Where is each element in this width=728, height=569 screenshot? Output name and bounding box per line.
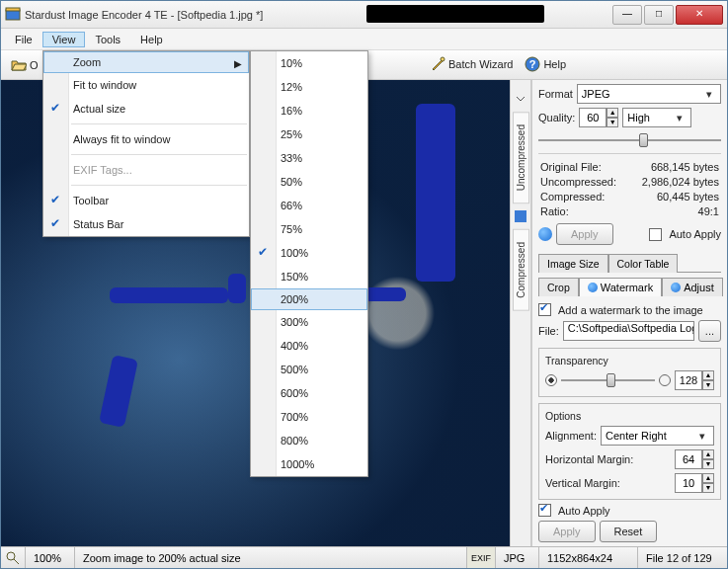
zoom-level-item[interactable]: 10% [251,51,367,75]
tab-compressed[interactable]: Compressed [513,229,529,311]
spin-up-icon[interactable]: ▲ [607,108,618,118]
zoom-level-item[interactable]: 800% [251,429,367,452]
menu-tools[interactable]: Tools [85,32,130,47]
auto-apply-bottom-label: Auto Apply [558,505,610,517]
help-icon: ? [525,56,540,72]
format-select[interactable]: JPEG ▾ [577,84,721,104]
svg-text:?: ? [529,58,536,70]
redaction-bar [366,5,544,23]
wm-browse-button[interactable]: ... [698,320,721,342]
quality-value[interactable] [579,108,607,127]
spin-down-icon[interactable]: ▼ [702,483,714,493]
menu-fit-to-window[interactable]: Fit to window [43,73,249,97]
menu-zoom[interactable]: Zoom▶ [43,51,249,73]
view-menu-dropdown: Zoom▶ Fit to window ✔Actual size Always … [42,50,250,237]
active-dot-icon [588,283,598,292]
close-button[interactable]: ✕ [676,5,723,25]
zoom-level-item[interactable]: 700% [251,405,367,429]
status-zoom: 100% [26,547,75,568]
zoom-level-label: 16% [281,105,302,117]
quality-preset-select[interactable]: High ▾ [622,108,691,127]
zoom-level-item[interactable]: 75% [251,217,367,241]
spin-up-icon[interactable]: ▲ [702,449,714,459]
spin-down-icon[interactable]: ▼ [702,380,714,390]
maximize-button[interactable]: □ [644,5,674,25]
statusbar: 100% Zoom image to 200% actual size EXIF… [1,546,727,568]
vmargin-spinner[interactable]: ▲▼ [675,473,714,493]
transparency-value[interactable] [675,370,702,390]
tab-adjust[interactable]: Adjust [662,278,723,296]
menu-exif-tags[interactable]: EXIF Tags... [43,158,249,182]
add-watermark-checkbox[interactable] [538,303,551,316]
zoom-level-label: 50% [281,176,302,188]
add-watermark-label: Add a watermark to the image [558,304,703,316]
alignment-label: Alignment: [545,430,597,442]
status-exif-badge[interactable]: EXIF [467,547,496,568]
menu-toolbar-toggle[interactable]: ✔Toolbar [43,189,249,212]
trans-radio-high[interactable] [659,374,671,386]
menu-actual-size[interactable]: ✔Actual size [43,97,249,121]
zoom-level-item[interactable]: 66% [251,194,367,217]
alignment-select[interactable]: Center Right ▾ [601,426,714,446]
vmargin-value[interactable] [675,473,702,493]
quality-spinner[interactable]: ▲▼ [579,108,618,127]
menu-always-fit[interactable]: Always fit to window [43,127,249,151]
spin-up-icon[interactable]: ▲ [702,473,714,483]
status-imgtype: JPG [496,547,539,568]
zoom-level-item[interactable]: 33% [251,146,367,170]
menu-statusbar-toggle[interactable]: ✔Status Bar [43,212,249,236]
zoom-level-item[interactable]: 25% [251,122,367,146]
zoom-level-label: 500% [281,364,308,375]
batch-wizard-button[interactable]: Batch Wizard [426,54,517,74]
collapse-icon[interactable] [513,91,528,107]
menubar: File View Tools Help [1,29,727,50]
tab-color-table[interactable]: Color Table [608,254,679,273]
zoom-level-label: 100% [281,247,308,259]
batch-wizard-label: Batch Wizard [448,58,513,70]
spin-up-icon[interactable]: ▲ [702,370,714,380]
help-button[interactable]: ? Help [521,54,570,74]
zoom-tool-icon[interactable] [1,547,26,568]
tab-crop[interactable]: Crop [538,278,579,296]
trans-radio-low[interactable] [545,374,557,386]
wm-file-field[interactable]: C:\Softpedia\Softpedia Log [563,321,694,341]
tab-uncompressed[interactable]: Uncompressed [513,112,529,203]
open-button[interactable]: O [7,55,42,75]
menu-help[interactable]: Help [130,32,173,47]
minimize-button[interactable]: — [612,5,642,25]
zoom-level-item[interactable]: 1000% [251,452,367,476]
spin-down-icon[interactable]: ▼ [607,118,618,127]
tab-watermark[interactable]: Watermark [579,278,662,296]
auto-apply-top-checkbox[interactable] [649,228,662,241]
alignment-value: Center Right [606,430,667,442]
zoom-level-item[interactable]: 150% [251,265,367,288]
zoom-level-label: 300% [281,316,308,328]
menu-file[interactable]: File [5,32,42,47]
wm-apply-button[interactable]: Apply [538,521,596,542]
zoom-level-label: 200% [281,293,308,305]
auto-apply-top-label: Auto Apply [669,228,721,240]
zoom-level-item[interactable]: 50% [251,170,367,194]
edit-tabs: Image Size Color Table [538,253,721,273]
auto-apply-bottom-checkbox[interactable] [538,504,551,517]
check-icon: ✔ [50,193,60,206]
hmargin-value[interactable] [675,449,702,469]
zoom-level-item[interactable]: 200% [251,288,367,310]
zoom-level-item[interactable]: 12% [251,75,367,99]
spin-down-icon[interactable]: ▼ [702,459,714,469]
transparency-slider[interactable] [561,371,655,389]
zoom-level-item[interactable]: 600% [251,381,367,405]
tab-image-size[interactable]: Image Size [538,254,608,273]
transparency-spinner[interactable]: ▲▼ [675,370,714,390]
zoom-level-item[interactable]: 300% [251,310,367,334]
quality-preset-value: High [627,112,650,123]
zoom-level-item[interactable]: ✔100% [251,241,367,265]
zoom-level-item[interactable]: 500% [251,358,367,381]
hmargin-spinner[interactable]: ▲▼ [675,449,714,469]
zoom-level-item[interactable]: 16% [251,99,367,122]
wm-reset-button[interactable]: Reset [600,521,658,542]
zoom-level-item[interactable]: 400% [251,334,367,358]
menu-view[interactable]: View [42,32,86,47]
apply-top-button[interactable]: Apply [556,223,613,245]
quality-slider[interactable] [538,131,721,147]
